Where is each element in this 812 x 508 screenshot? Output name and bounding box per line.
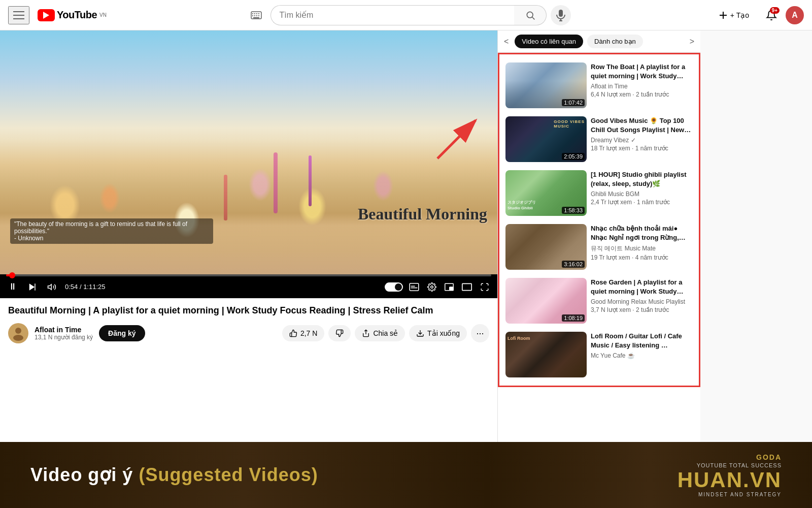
video-details: Rose Garden | A playlist for a quiet mor…: [591, 278, 693, 324]
video-item-meta: 19 Tr lượt xem · 4 năm trước: [591, 254, 693, 261]
autoplay-toggle[interactable]: [385, 282, 403, 292]
header: YouTubeVN + Tạo 9+ A: [0, 0, 812, 30]
banner-yt-text: YOUTUBE TOTAL SUCCESS: [697, 462, 782, 468]
thumb-text-overlay: GOOD VIBESMUSIC: [554, 119, 585, 129]
video-details: [1 HOUR] Studio ghibli playlist (relax, …: [591, 170, 693, 216]
logo[interactable]: YouTubeVN: [38, 9, 107, 21]
list-item[interactable]: Lofi Room Lofi Room / Guitar Lofi / Cafe…: [499, 328, 699, 382]
svg-point-28: [13, 335, 23, 341]
download-button[interactable]: Tải xuống: [409, 325, 467, 341]
like-count: 2,7 N: [300, 329, 317, 337]
video-duration: 1:07:42: [562, 99, 585, 106]
next-button[interactable]: [25, 280, 39, 294]
notification-badge: 9+: [770, 7, 780, 14]
sidebar-next-arrow[interactable]: >: [688, 35, 696, 48]
search-button[interactable]: [514, 5, 547, 25]
video-duration: 2:05:39: [562, 153, 585, 160]
create-button[interactable]: + Tạo: [711, 7, 757, 23]
video-thumbnail: GOOD VIBESMUSIC 2:05:39: [505, 116, 587, 162]
svg-marker-17: [29, 283, 35, 291]
video-details: Nhạc chữa bệnh thoải mái● Nhạc Nghỉ ngơi…: [591, 224, 693, 270]
video-item-channel: Dreamy Vibez ✓: [591, 137, 693, 144]
video-item-title: Good Vibes Music 🌻 Top 100 Chill Out Son…: [591, 116, 693, 135]
video-duration: 1:08:19: [562, 314, 585, 322]
video-thumbnail: 3:16:02: [505, 224, 587, 270]
video-item-title: Rose Garden | A playlist for a quiet mor…: [591, 278, 693, 296]
video-details: Lofi Room / Guitar Lofi / Cafe Music / E…: [591, 332, 693, 377]
video-item-meta: 18 Tr lượt xem · 1 năm trước: [591, 145, 693, 152]
sidebar-tab-foryou[interactable]: Dành cho bạn: [587, 35, 643, 48]
svg-rect-4: [258, 13, 259, 14]
header-center: [246, 5, 571, 25]
progress-fill: [6, 274, 12, 276]
svg-rect-9: [253, 17, 259, 18]
keyboard-button[interactable]: [246, 5, 266, 25]
svg-rect-2: [254, 13, 255, 14]
video-item-meta: 3,7 N lượt xem · 2 tuần trước: [591, 306, 693, 313]
play-pause-button[interactable]: ⏸: [6, 279, 19, 294]
controls-left: ⏸ 0:54 / 1:11:25: [6, 279, 106, 294]
video-thumbnail: Lofi Room: [505, 332, 587, 377]
sidebar-tab-related[interactable]: Video có liên quan: [515, 35, 583, 48]
video-player[interactable]: Beautiful Morning "The beauty of the mor…: [0, 30, 497, 274]
like-button[interactable]: 2,7 N: [282, 325, 324, 341]
menu-button[interactable]: [8, 6, 29, 24]
svg-rect-7: [256, 15, 257, 16]
list-item[interactable]: スタジオジブリStudio Ghibli 1:58:33 [1 HOUR] St…: [499, 166, 699, 220]
banner-text: Video gợi ý (Suggested Videos): [30, 464, 318, 486]
subscribe-button[interactable]: Đăng ký: [99, 325, 145, 341]
video-controls: ⏸ 0:54 / 1:11:25: [0, 276, 497, 298]
volume-button[interactable]: [45, 280, 59, 294]
svg-point-27: [15, 328, 21, 334]
video-area: Beautiful Morning "The beauty of the mor…: [0, 30, 497, 508]
miniplayer-button[interactable]: [443, 281, 456, 293]
notifications-button[interactable]: 9+: [761, 5, 782, 25]
video-overlay-title: Beautiful Morning: [358, 205, 487, 224]
channel-name[interactable]: Afloat in Time: [35, 326, 93, 334]
mic-button[interactable]: [551, 5, 571, 25]
bottom-banner: Video gợi ý (Suggested Videos) GODA YOUT…: [0, 442, 812, 508]
settings-button[interactable]: [425, 280, 438, 294]
svg-rect-12: [559, 10, 563, 17]
video-item-meta: 6,4 N lượt xem · 2 tuần trước: [591, 91, 693, 98]
video-player-container: Beautiful Morning "The beauty of the mor…: [0, 30, 497, 298]
channel-details: Afloat in Time 13,1 N người đăng ký: [35, 326, 93, 341]
video-thumbnail: スタジオジブリStudio Ghibli 1:58:33: [505, 170, 587, 216]
svg-line-11: [532, 17, 535, 19]
time-display: 0:54 / 1:11:25: [65, 283, 106, 291]
banner-huan-text: HUAN.VN: [678, 469, 782, 491]
svg-rect-20: [410, 283, 419, 290]
channel-avatar[interactable]: [8, 323, 28, 343]
list-item[interactable]: GOOD VIBESMUSIC 2:05:39 Good Vibes Music…: [499, 112, 699, 166]
controls-right: [385, 280, 491, 294]
video-details: Row The Boat | A playlist for a quiet mo…: [591, 62, 693, 108]
suggested-videos-list: 1:07:42 Row The Boat | A playlist for a …: [498, 53, 700, 387]
video-duration: 1:58:33: [562, 207, 585, 214]
video-item-title: Row The Boat | A playlist for a quiet mo…: [591, 62, 693, 81]
video-item-channel: Afloat in Time: [591, 83, 693, 90]
video-item-channel: Mc Yue Cafe ☕: [591, 352, 693, 359]
sidebar-prev-arrow[interactable]: <: [502, 35, 511, 48]
svg-marker-19: [48, 284, 52, 290]
subtitle-button[interactable]: [407, 281, 421, 293]
channel-info: Afloat in Time 13,1 N người đăng ký Đăng…: [8, 323, 145, 343]
dislike-button[interactable]: [328, 325, 351, 341]
list-item[interactable]: 1:07:42 Row The Boat | A playlist for a …: [499, 58, 699, 112]
share-label: Chia sẻ: [373, 329, 398, 337]
video-item-meta: 2,4 Tr lượt xem · 1 năm trước: [591, 199, 693, 206]
list-item[interactable]: 3:16:02 Nhạc chữa bệnh thoải mái● Nhạc N…: [499, 220, 699, 274]
search-input[interactable]: [270, 5, 514, 25]
svg-point-23: [431, 285, 433, 288]
logo-text: YouTube: [57, 9, 97, 21]
video-item-channel: Ghibli Music BGM: [591, 190, 693, 198]
svg-rect-26: [462, 283, 471, 290]
video-title: Beautiful Morning | A playlist for a qui…: [8, 304, 489, 317]
avatar[interactable]: A: [786, 6, 804, 24]
fullscreen-button[interactable]: [478, 280, 491, 294]
more-options-button[interactable]: ···: [471, 324, 489, 342]
list-item[interactable]: 1:08:19 Rose Garden | A playlist for a q…: [499, 274, 699, 328]
share-button[interactable]: Chia sẻ: [355, 325, 405, 341]
header-right: + Tạo 9+ A: [711, 5, 804, 25]
logo-vn: VN: [99, 12, 107, 18]
theatre-button[interactable]: [460, 281, 474, 293]
